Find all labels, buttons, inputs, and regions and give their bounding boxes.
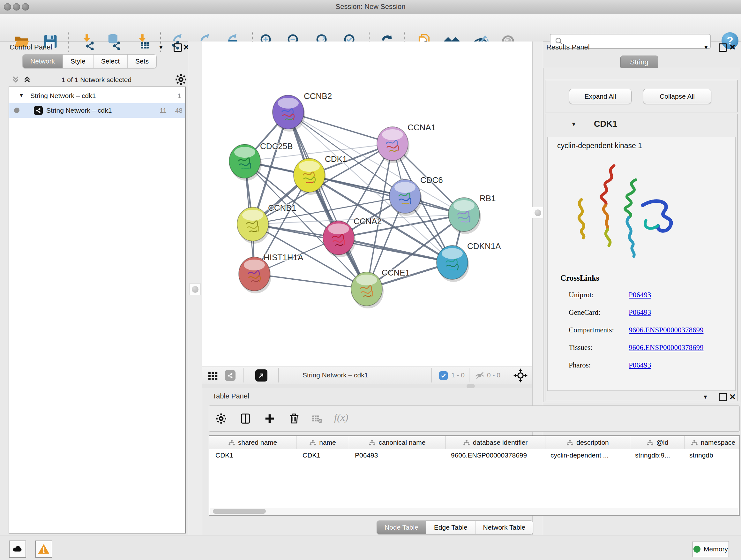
crosslinks-list: Uniprot:P06493GeneCard:P06493Compartment… bbox=[548, 287, 735, 374]
string-network-icon bbox=[34, 106, 43, 115]
table-cell[interactable]: CDK1 bbox=[209, 449, 296, 462]
tab-node-table[interactable]: Node Table bbox=[377, 521, 426, 534]
section-collapse-icon[interactable]: ▼ bbox=[571, 121, 577, 128]
tab-network-table[interactable]: Network Table bbox=[475, 521, 533, 534]
network-node-CCNA1[interactable] bbox=[377, 127, 409, 163]
fit-selection-crosshair-icon[interactable] bbox=[513, 368, 528, 383]
column-header-canonical-name[interactable]: canonical name bbox=[349, 436, 446, 449]
table-toolbar: f(x) bbox=[209, 406, 740, 432]
birds-eye-view-icon[interactable] bbox=[255, 369, 267, 381]
scrollbar-thumb[interactable] bbox=[213, 509, 266, 514]
crosslink-value-link[interactable]: P06493 bbox=[629, 308, 651, 317]
network-node-CDKN1A[interactable] bbox=[436, 246, 469, 282]
crosslink-value-link[interactable]: 9606.ENSP00000378699 bbox=[629, 326, 704, 334]
table-settings-gear-icon[interactable] bbox=[215, 413, 227, 424]
tab-sets[interactable]: Sets bbox=[127, 55, 156, 68]
node-label: CCNE1 bbox=[382, 268, 410, 277]
memory-label: Memory bbox=[704, 545, 728, 553]
crosslink-row: Uniprot:P06493 bbox=[548, 287, 735, 304]
results-panel-close-icon[interactable]: × bbox=[730, 44, 736, 51]
network-row-selected[interactable]: String Network – cdk1 11 48 bbox=[9, 103, 185, 118]
horizontal-splitter-handle[interactable] bbox=[467, 384, 475, 388]
table-panel-close-icon[interactable]: × bbox=[730, 393, 736, 400]
memory-button[interactable]: Memory bbox=[692, 541, 729, 557]
table-cell[interactable]: P06493 bbox=[348, 449, 445, 462]
crosslink-value-link[interactable]: 9606.ENSP00000378699 bbox=[629, 344, 704, 352]
control-panel-menu-icon[interactable]: ▼ bbox=[158, 44, 164, 51]
node-label: CDC6 bbox=[420, 175, 443, 185]
control-panel-tabs: NetworkStyleSelectSets bbox=[22, 54, 157, 68]
network-node-HIST1H1A[interactable] bbox=[239, 257, 271, 294]
delete-table-icon bbox=[312, 414, 323, 424]
protein-name: CDK1 bbox=[594, 119, 617, 129]
right-splitter-handle[interactable] bbox=[532, 207, 543, 219]
crosslink-value-link[interactable]: P06493 bbox=[629, 361, 651, 369]
tab-select[interactable]: Select bbox=[93, 55, 127, 68]
network-edge[interactable] bbox=[288, 112, 367, 289]
network-node-RB1[interactable] bbox=[448, 198, 481, 234]
window-title: Session: New Session bbox=[0, 3, 741, 11]
tree-expand-icon[interactable]: ▼ bbox=[19, 92, 24, 98]
protein-details: cyclin-dependent kinase 1 CrossLinks Uni… bbox=[547, 137, 736, 391]
selected-nodes-checkbox[interactable] bbox=[439, 371, 448, 380]
network-options-gear-icon[interactable] bbox=[175, 73, 187, 85]
network-node-CCNA2[interactable] bbox=[323, 221, 355, 257]
network-node-CDK1[interactable] bbox=[293, 159, 326, 195]
column-header-name[interactable]: name bbox=[296, 436, 349, 449]
tab-edge-table[interactable]: Edge Table bbox=[426, 521, 475, 534]
network-node-CCNE1[interactable] bbox=[351, 272, 384, 308]
delete-column-trash-icon[interactable] bbox=[287, 412, 301, 425]
table-panel-float-icon[interactable] bbox=[719, 393, 727, 401]
column-header-description[interactable]: description bbox=[545, 436, 630, 449]
network-node-CDC6[interactable] bbox=[389, 179, 422, 216]
left-splitter-handle[interactable] bbox=[189, 284, 201, 295]
control-panel-float-icon[interactable] bbox=[174, 44, 182, 52]
table-cell[interactable]: CDK1 bbox=[296, 449, 348, 462]
column-header-database-identifier[interactable]: database identifier bbox=[446, 436, 545, 449]
table-cell[interactable]: cyclin-dependent ... bbox=[544, 449, 629, 462]
table-row[interactable]: CDK1CDK1P064939606.ENSP00000378699cyclin… bbox=[209, 449, 739, 462]
expand-all-button[interactable]: Expand All bbox=[569, 89, 631, 104]
table-header-row: shared namenamecanonical namedatabase id… bbox=[209, 436, 740, 449]
edge-count: 48 bbox=[175, 107, 183, 114]
node-label: CCNB2 bbox=[304, 91, 332, 101]
column-header-shared-name[interactable]: shared name bbox=[209, 436, 296, 449]
table-cell[interactable]: 9606.ENSP00000378699 bbox=[445, 449, 544, 462]
column-header-namespace[interactable]: namespace bbox=[685, 436, 740, 449]
grid-view-icon[interactable] bbox=[207, 370, 218, 381]
results-panel-menu-icon[interactable]: ▼ bbox=[703, 44, 709, 51]
crosslink-row: Tissues:9606.ENSP00000378699 bbox=[548, 339, 735, 357]
table-cell[interactable]: stringdb:9... bbox=[629, 449, 683, 462]
warning-button[interactable] bbox=[35, 541, 52, 558]
table-cell[interactable]: stringdb bbox=[683, 449, 739, 462]
network-collection-row[interactable]: ▼ String Network – cdk1 1 bbox=[9, 88, 185, 103]
protein-section: ▼ CDK1 cyclin-dependent kinase 1 CrossLi… bbox=[545, 114, 738, 401]
bar-separator bbox=[469, 368, 469, 382]
crosslink-value-link[interactable]: P06493 bbox=[629, 291, 651, 299]
protein-section-header[interactable]: ▼ CDK1 bbox=[545, 114, 738, 136]
hidden-node-edge-counts: 0 - 0 bbox=[487, 371, 500, 379]
horizontal-splitter[interactable] bbox=[202, 384, 532, 388]
collapse-all-button[interactable]: Collapse All bbox=[643, 89, 711, 104]
add-column-icon[interactable] bbox=[263, 412, 276, 425]
cloud-button[interactable] bbox=[9, 541, 26, 558]
node-label: RB1 bbox=[480, 193, 496, 203]
table-panel-title: Table Panel bbox=[212, 392, 249, 400]
table-horizontal-scrollbar[interactable] bbox=[210, 508, 738, 515]
crosslinks-heading: CrossLinks bbox=[560, 273, 599, 283]
collection-count: 1 bbox=[178, 92, 181, 100]
tab-string[interactable]: String bbox=[620, 56, 658, 69]
network-share-icon[interactable] bbox=[225, 370, 235, 381]
show-columns-icon[interactable] bbox=[239, 412, 252, 425]
network-node-CCNB2[interactable] bbox=[273, 95, 305, 132]
network-canvas[interactable]: CCNB2CCNA1CDC25BCDK1CDC6RB1CCNB1CCNA2CDK… bbox=[202, 42, 532, 367]
results-panel-float-icon[interactable] bbox=[719, 44, 727, 52]
apply-function-icon: f(x) bbox=[334, 412, 348, 423]
node-label: CCNA2 bbox=[354, 216, 382, 226]
main-toolbar: ? bbox=[0, 14, 741, 42]
tab-network[interactable]: Network bbox=[23, 55, 63, 68]
table-panel-menu-icon[interactable]: ▼ bbox=[703, 394, 708, 400]
tab-style[interactable]: Style bbox=[63, 55, 93, 68]
network-node-CDC25B[interactable] bbox=[229, 144, 262, 181]
column-header-@id[interactable]: @id bbox=[630, 436, 685, 449]
